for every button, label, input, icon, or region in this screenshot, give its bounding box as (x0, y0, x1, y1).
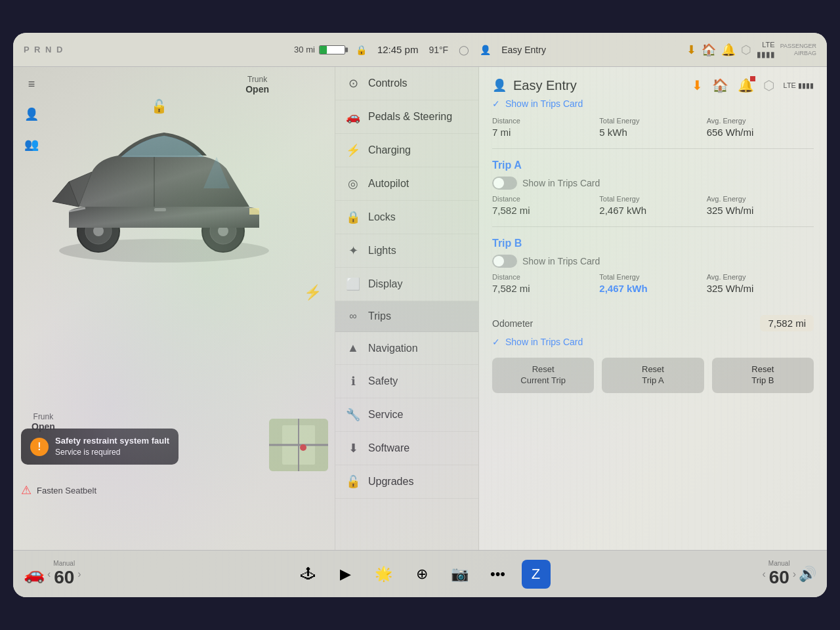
trip-b-title: Trip B (492, 238, 814, 249)
menu-item-controls[interactable]: ⊙ Controls (335, 67, 478, 100)
menu-item-upgrades[interactable]: 🔓 Upgrades (335, 465, 478, 499)
content-header-person-icon: 👤 (492, 78, 507, 93)
menu-item-charging[interactable]: ⚡ Charging (335, 134, 478, 167)
alert-subtitle: Service is required (55, 447, 169, 458)
trip-a-avg-value: 325 Wh/mi (707, 205, 814, 216)
house-header-icon[interactable]: 🏠 (712, 77, 728, 93)
right-speed-label: Manual (768, 560, 790, 567)
lights-label: Lights (368, 245, 396, 257)
alert-title: Safety restraint system fault (55, 435, 169, 447)
menu-item-autopilot[interactable]: ◎ Autopilot (335, 167, 478, 201)
right-speed-value: 60 (769, 567, 789, 588)
trip-b-energy-value: 2,467 kWh (599, 283, 706, 294)
menu-icon-btn[interactable]: ≡ (21, 74, 42, 94)
seatbelt-text: Fasten Seatbelt (37, 486, 96, 495)
navigation-label: Navigation (368, 343, 418, 354)
right-speed-increase[interactable]: › (793, 568, 796, 580)
trip-a-avg: Avg. Energy 325 Wh/mi (707, 195, 814, 216)
left-speed-value: 60 (54, 567, 74, 588)
trip-a-energy-value: 2,467 kWh (599, 205, 706, 216)
content-title: Easy Entry (513, 78, 577, 93)
safety-label: Safety (368, 375, 398, 387)
person-icon-btn[interactable]: 👤 (21, 104, 42, 125)
camera-icon-btn[interactable]: 📷 (446, 560, 474, 589)
menu-item-lights[interactable]: ✦ Lights (335, 234, 478, 268)
left-speed-control: ‹ Manual 60 › (47, 560, 81, 588)
lte-header: LTE ▮▮▮▮ (784, 81, 814, 90)
volume-icon[interactable]: 🔊 (799, 566, 816, 583)
left-speed-decrease[interactable]: ‹ (47, 568, 51, 580)
odometer-value: 7,582 mi (760, 315, 814, 331)
right-speed-decrease[interactable]: ‹ (763, 568, 766, 580)
show-in-trips-label: Show in Trips Card (505, 98, 583, 109)
battery-bar (319, 45, 345, 54)
reset-trip-a-button[interactable]: ResetTrip A (602, 358, 704, 393)
warning-person-icon[interactable]: 👥 (21, 134, 42, 155)
current-distance-value: 7 mi (492, 127, 599, 138)
menu-item-safety[interactable]: ℹ Safety (335, 365, 478, 398)
car-taskbar-icon: 🚗 (24, 564, 45, 584)
menu-item-service[interactable]: 🔧 Service (335, 398, 478, 432)
trunk-title: Trunk (245, 75, 269, 84)
status-right: ⬇ 🏠 🔔 ⬡ LTE ▮▮▮▮ PASSENGER AIRBAG (686, 41, 816, 59)
seatbelt-warning: ⚠ Fasten Seatbelt (21, 483, 96, 497)
trips-icon: ∞ (346, 310, 360, 322)
trip-b-avg: Avg. Energy 325 Wh/mi (707, 273, 814, 294)
menu-item-display[interactable]: ⬜ Display (335, 268, 478, 301)
reset-current-trip-button[interactable]: ResetCurrent Trip (492, 358, 594, 393)
trip-b-toggle[interactable] (492, 255, 517, 268)
status-bar: P R N D 30 mi 🔒 12:45 pm 91°F ◯ 👤 Easy E… (13, 33, 827, 67)
header-icons: ⬇ 🏠 🔔 ⬡ LTE ▮▮▮▮ (692, 77, 814, 93)
trips-label: Trips (368, 310, 391, 322)
menu-item-navigation[interactable]: ▲ Navigation (335, 332, 478, 365)
menu-item-trips[interactable]: ∞ Trips (335, 301, 478, 332)
trip-a-toggle[interactable] (492, 177, 517, 190)
menu-item-software[interactable]: ⬇ Software (335, 432, 478, 465)
download-header-icon[interactable]: ⬇ (692, 77, 703, 93)
left-icons: ≡ 👤 👥 (21, 74, 42, 155)
charging-menu-icon: ⚡ (346, 143, 360, 158)
profile-name[interactable]: Easy Entry (501, 45, 546, 55)
zoom-icon-btn[interactable]: Z (522, 560, 551, 589)
more-icon-btn[interactable]: ••• (484, 560, 513, 589)
safety-icon: ℹ (346, 374, 360, 388)
lte-icon: LTE (762, 41, 774, 49)
reset-trip-b-button[interactable]: ResetTrip B (712, 358, 814, 393)
trip-a-energy-label: Total Energy (599, 195, 706, 203)
alert-text: Safety restraint system fault Service is… (55, 435, 169, 458)
bluetooth-header-icon: ⬡ (763, 77, 774, 93)
content-header: 👤 Easy Entry ⬇ 🏠 🔔 ⬡ LTE ▮▮▮▮ (492, 77, 814, 93)
show-in-trips-card-row[interactable]: ✓ Show in Trips Card (492, 98, 814, 109)
bluetooth-icon-btn[interactable]: ⊕ (408, 560, 436, 589)
odometer-row: Odometer 7,582 mi (492, 315, 814, 331)
display-label: Display (368, 278, 402, 290)
play-icon-btn[interactable]: ▶ (331, 560, 360, 589)
current-avg-label: Avg. Energy (707, 117, 814, 125)
odometer-label: Odometer (492, 318, 533, 329)
signal-bars: ▮▮▮▮ (757, 50, 775, 59)
trip-a-card-row[interactable]: Show in Trips Card (492, 177, 814, 190)
lights-icon: ✦ (346, 243, 360, 258)
service-label: Service (368, 409, 403, 421)
odo-show-trips-row[interactable]: ✓ Show in Trips Card (492, 337, 814, 347)
pedals-label: Pedals & Steering (368, 111, 452, 123)
taskbar: 🚗 ‹ Manual 60 › 🕹 ▶ 🌟 ⊕ 📷 ••• Z ‹ (13, 550, 827, 597)
frunk-title: Frunk (32, 412, 55, 421)
seatbelt-warning-icon: ⚠ (21, 483, 32, 497)
left-speed-label: Manual (53, 560, 75, 567)
passenger-airbag-label: PASSENGER (780, 43, 816, 50)
menu-item-locks[interactable]: 🔒 Locks (335, 201, 478, 234)
upgrades-label: Upgrades (368, 476, 413, 488)
bell-header-icon[interactable]: 🔔 (738, 77, 754, 93)
right-panel: 👤 Easy Entry ⬇ 🏠 🔔 ⬡ LTE ▮▮▮▮ ✓ Show in … (479, 67, 827, 550)
home-icon: 🏠 (702, 43, 716, 57)
right-speed-control: ‹ Manual 60 › (763, 560, 796, 588)
menu-item-pedals[interactable]: 🚗 Pedals & Steering (335, 100, 478, 134)
trip-b-energy: Total Energy 2,467 kWh (599, 273, 706, 294)
joystick-icon-btn[interactable]: 🕹 (293, 560, 322, 589)
current-avg-energy: Avg. Energy 656 Wh/mi (707, 117, 814, 138)
mini-map[interactable] (269, 419, 328, 471)
time-display: 12:45 pm (377, 44, 419, 55)
star-icon-btn[interactable]: 🌟 (369, 560, 398, 589)
trip-b-card-row[interactable]: Show in Trips Card (492, 255, 814, 268)
